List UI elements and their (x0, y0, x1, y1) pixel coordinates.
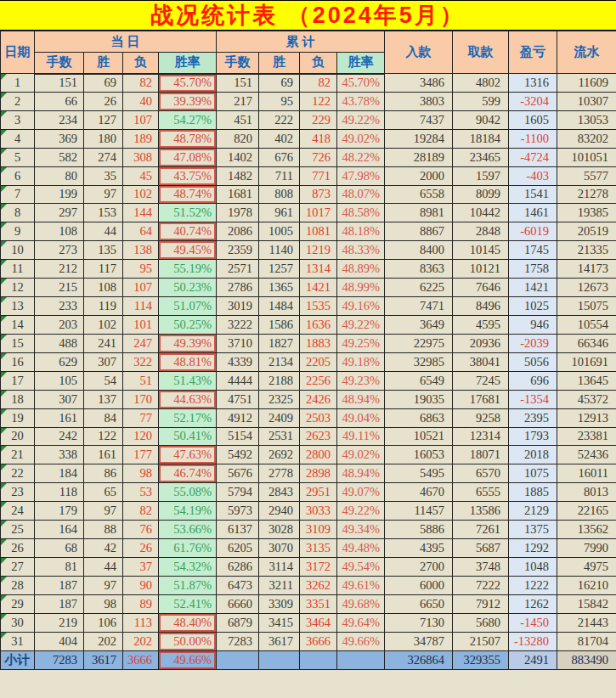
cell-cum-winrate[interactable]: 45.70% (337, 74, 385, 93)
cell-today-wins[interactable]: 117 (84, 260, 123, 279)
cell-cum-hands[interactable]: 1978 (217, 204, 259, 222)
cell-cum-hands[interactable]: 820 (217, 129, 259, 148)
cell-flow[interactable]: 66346 (557, 334, 616, 352)
cell-day[interactable]: 18 (1, 390, 35, 408)
cell-today-winrate[interactable]: 51.43% (159, 371, 217, 390)
cell-cum-wins[interactable]: 961 (259, 204, 300, 222)
cell-today-losses[interactable]: 45 (123, 166, 159, 185)
cell-today-losses[interactable]: 170 (123, 390, 159, 408)
cell-today-losses[interactable]: 90 (123, 576, 159, 594)
cell-cum-losses[interactable]: 1314 (300, 260, 337, 279)
cell-day[interactable]: 24 (1, 502, 35, 521)
cell-day[interactable]: 28 (1, 576, 35, 594)
cell-cum-hands[interactable]: 2359 (217, 241, 259, 260)
cell-cum-wins[interactable]: 3211 (259, 576, 300, 594)
cell-today-wins[interactable]: 35 (84, 166, 123, 185)
cell-withdraw[interactable]: 13586 (453, 502, 509, 521)
cell-cum-losses[interactable]: 3351 (300, 594, 337, 613)
cell-deposit[interactable]: 4395 (385, 539, 453, 558)
header-cum-winrate[interactable]: 胜率 (337, 53, 385, 74)
cell-today-winrate[interactable]: 54.19% (159, 502, 217, 521)
cell-today-losses[interactable]: 308 (123, 148, 159, 166)
cell-today-hands[interactable]: 338 (35, 446, 84, 464)
cell-today-hands[interactable]: 161 (35, 408, 84, 427)
cell-today-winrate[interactable]: 50.00% (159, 632, 217, 650)
cell-cum-winrate[interactable]: 49.04% (337, 408, 385, 427)
cell-cum-wins[interactable]: 1827 (259, 334, 300, 352)
cell-day[interactable]: 7 (1, 185, 35, 204)
cell-flow[interactable]: 7990 (557, 539, 616, 558)
cell-cum-hands[interactable]: 6286 (217, 557, 259, 576)
cell-deposit[interactable]: 5886 (385, 521, 453, 539)
cell-cum-wins[interactable] (259, 650, 300, 669)
cell-cum-losses[interactable]: 3464 (300, 613, 337, 632)
cell-flow[interactable]: 12913 (557, 408, 616, 427)
header-withdraw[interactable]: 取款 (453, 31, 509, 74)
cell-cum-winrate[interactable]: 48.94% (337, 464, 385, 483)
cell-today-wins[interactable]: 274 (84, 148, 123, 166)
cell-deposit[interactable]: 34787 (385, 632, 453, 650)
header-pnl[interactable]: 盈亏 (509, 31, 557, 74)
cell-today-wins[interactable]: 3617 (84, 650, 123, 669)
cell-cum-hands[interactable]: 1482 (217, 166, 259, 185)
cell-today-wins[interactable]: 180 (84, 129, 123, 148)
cell-day[interactable]: 2 (1, 92, 35, 110)
cell-flow[interactable]: 10554 (557, 315, 616, 334)
cell-day[interactable]: 16 (1, 352, 35, 371)
cell-cum-hands[interactable]: 2571 (217, 260, 259, 279)
cell-flow[interactable]: 16210 (557, 576, 616, 594)
header-cum-losses[interactable]: 负 (300, 53, 337, 74)
cell-cum-winrate[interactable]: 49.16% (337, 297, 385, 316)
cell-today-hands[interactable]: 66 (35, 92, 84, 110)
cell-flow[interactable]: 883490 (557, 650, 616, 669)
cell-cum-winrate[interactable]: 49.64% (337, 613, 385, 632)
cell-flow[interactable]: 83202 (557, 129, 616, 148)
cell-today-losses[interactable]: 3666 (123, 650, 159, 669)
cell-today-winrate[interactable]: 48.74% (159, 185, 217, 204)
cell-cum-losses[interactable]: 2205 (300, 352, 337, 371)
cell-today-hands[interactable]: 203 (35, 315, 84, 334)
cell-withdraw[interactable]: 9258 (453, 408, 509, 427)
cell-cum-losses[interactable]: 82 (300, 74, 337, 93)
cell-flow[interactable]: 11609 (557, 74, 616, 93)
cell-deposit[interactable]: 11457 (385, 502, 453, 521)
cell-today-winrate[interactable]: 50.23% (159, 279, 217, 297)
cell-pnl[interactable]: 2491 (509, 650, 557, 669)
cell-pnl[interactable]: 1885 (509, 483, 557, 502)
cell-deposit[interactable]: 6558 (385, 185, 453, 204)
cell-today-wins[interactable]: 42 (84, 539, 123, 558)
cell-withdraw[interactable]: 10121 (453, 260, 509, 279)
cell-cum-losses[interactable]: 1017 (300, 204, 337, 222)
cell-today-wins[interactable]: 97 (84, 502, 123, 521)
cell-today-losses[interactable]: 120 (123, 427, 159, 446)
cell-day[interactable]: 11 (1, 260, 35, 279)
cell-today-hands[interactable]: 219 (35, 613, 84, 632)
cell-today-winrate[interactable]: 48.81% (159, 352, 217, 371)
cell-flow[interactable]: 21443 (557, 613, 616, 632)
cell-cum-wins[interactable]: 3617 (259, 632, 300, 650)
cell-withdraw[interactable]: 21507 (453, 632, 509, 650)
cell-withdraw[interactable]: 6555 (453, 483, 509, 502)
cell-cum-hands[interactable]: 4339 (217, 352, 259, 371)
cell-deposit[interactable]: 22975 (385, 334, 453, 352)
header-cumulative-group[interactable]: 累 计 (217, 31, 385, 53)
cell-today-losses[interactable]: 51 (123, 371, 159, 390)
cell-today-losses[interactable]: 113 (123, 613, 159, 632)
cell-cum-winrate[interactable]: 49.23% (337, 371, 385, 390)
cell-cum-hands[interactable]: 1681 (217, 185, 259, 204)
cell-pnl[interactable]: 1793 (509, 427, 557, 446)
cell-pnl[interactable]: 1075 (509, 464, 557, 483)
cell-today-wins[interactable]: 97 (84, 185, 123, 204)
cell-withdraw[interactable]: 12314 (453, 427, 509, 446)
cell-pnl[interactable]: 1375 (509, 521, 557, 539)
cell-withdraw[interactable]: 4595 (453, 315, 509, 334)
cell-today-winrate[interactable]: 51.07% (159, 297, 217, 316)
cell-flow[interactable]: 16011 (557, 464, 616, 483)
cell-cum-winrate[interactable]: 49.54% (337, 557, 385, 576)
cell-cum-hands[interactable]: 4912 (217, 408, 259, 427)
cell-today-wins[interactable]: 26 (84, 92, 123, 110)
cell-today-winrate[interactable]: 44.63% (159, 390, 217, 408)
cell-today-losses[interactable]: 107 (123, 110, 159, 129)
cell-today-winrate[interactable]: 48.40% (159, 613, 217, 632)
cell-cum-losses[interactable]: 2898 (300, 464, 337, 483)
